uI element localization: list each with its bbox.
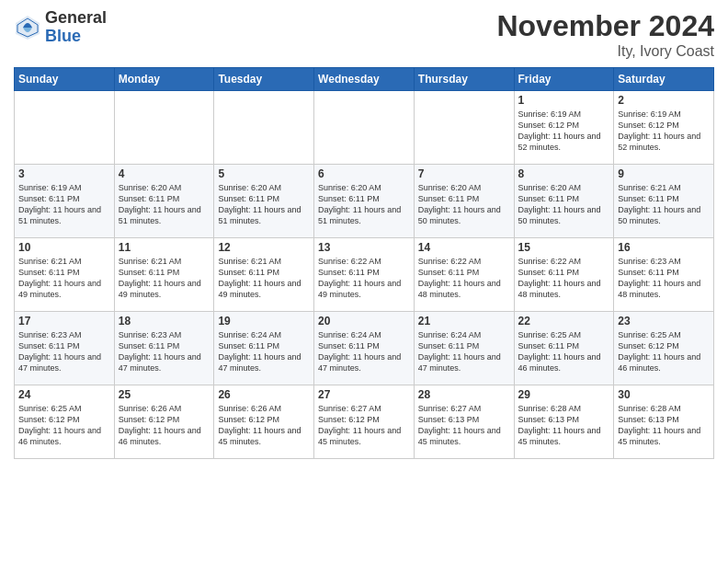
calendar-header: Sunday Monday Tuesday Wednesday Thursday… xyxy=(15,68,714,91)
calendar-cell-w4-d0: 17Sunrise: 6:23 AM Sunset: 6:11 PM Dayli… xyxy=(15,312,115,385)
day-number: 6 xyxy=(318,167,410,180)
day-info: Sunrise: 6:26 AM Sunset: 6:12 PM Dayligh… xyxy=(119,403,210,448)
day-info: Sunrise: 6:20 AM Sunset: 6:11 PM Dayligh… xyxy=(119,182,210,227)
calendar-cell-w4-d1: 18Sunrise: 6:23 AM Sunset: 6:11 PM Dayli… xyxy=(114,312,214,385)
day-number: 18 xyxy=(119,315,210,327)
calendar-cell-w5-d5: 29Sunrise: 6:28 AM Sunset: 6:13 PM Dayli… xyxy=(514,385,614,459)
day-info: Sunrise: 6:23 AM Sunset: 6:11 PM Dayligh… xyxy=(119,329,210,374)
col-tuesday: Tuesday xyxy=(214,68,314,91)
logo: General Blue xyxy=(14,9,107,46)
calendar-cell-w5-d0: 24Sunrise: 6:25 AM Sunset: 6:12 PM Dayli… xyxy=(15,385,115,459)
calendar-cell-w3-d4: 14Sunrise: 6:22 AM Sunset: 6:11 PM Dayli… xyxy=(414,238,514,312)
day-info: Sunrise: 6:20 AM Sunset: 6:11 PM Dayligh… xyxy=(218,182,310,227)
day-number: 22 xyxy=(518,315,610,327)
day-number: 9 xyxy=(618,167,710,180)
col-monday: Monday xyxy=(114,68,214,91)
calendar-cell-w2-d0: 3Sunrise: 6:19 AM Sunset: 6:11 PM Daylig… xyxy=(15,165,115,238)
calendar-cell-w2-d2: 5Sunrise: 6:20 AM Sunset: 6:11 PM Daylig… xyxy=(214,165,314,238)
day-number: 12 xyxy=(218,241,310,254)
day-number: 21 xyxy=(418,315,510,327)
calendar-cell-w4-d2: 19Sunrise: 6:24 AM Sunset: 6:11 PM Dayli… xyxy=(214,312,314,385)
day-info: Sunrise: 6:28 AM Sunset: 6:13 PM Dayligh… xyxy=(518,403,610,448)
day-info: Sunrise: 6:19 AM Sunset: 6:11 PM Dayligh… xyxy=(18,182,110,227)
col-wednesday: Wednesday xyxy=(314,68,415,91)
day-info: Sunrise: 6:22 AM Sunset: 6:11 PM Dayligh… xyxy=(518,256,610,301)
day-number: 19 xyxy=(218,315,310,327)
day-info: Sunrise: 6:21 AM Sunset: 6:11 PM Dayligh… xyxy=(218,256,310,301)
day-info: Sunrise: 6:25 AM Sunset: 6:12 PM Dayligh… xyxy=(18,403,110,448)
calendar-cell-w3-d2: 12Sunrise: 6:21 AM Sunset: 6:11 PM Dayli… xyxy=(214,238,314,312)
calendar-cell-w1-d1 xyxy=(114,91,214,165)
day-number: 2 xyxy=(618,94,710,107)
calendar-cell-w5-d1: 25Sunrise: 6:26 AM Sunset: 6:12 PM Dayli… xyxy=(114,385,214,459)
day-number: 11 xyxy=(119,241,210,254)
day-number: 30 xyxy=(618,388,710,401)
day-number: 1 xyxy=(518,94,610,107)
day-info: Sunrise: 6:24 AM Sunset: 6:11 PM Dayligh… xyxy=(418,329,510,374)
day-info: Sunrise: 6:25 AM Sunset: 6:12 PM Dayligh… xyxy=(618,329,710,374)
day-info: Sunrise: 6:19 AM Sunset: 6:12 PM Dayligh… xyxy=(518,109,610,154)
day-info: Sunrise: 6:27 AM Sunset: 6:13 PM Dayligh… xyxy=(418,403,510,448)
day-number: 24 xyxy=(18,388,110,401)
day-info: Sunrise: 6:27 AM Sunset: 6:12 PM Dayligh… xyxy=(318,403,410,448)
page-container: General Blue November 2024 Ity, Ivory Co… xyxy=(0,0,728,468)
calendar-cell-w3-d3: 13Sunrise: 6:22 AM Sunset: 6:11 PM Dayli… xyxy=(314,238,415,312)
calendar-cell-w5-d6: 30Sunrise: 6:28 AM Sunset: 6:13 PM Dayli… xyxy=(614,385,714,459)
col-sunday: Sunday xyxy=(15,68,115,91)
day-number: 27 xyxy=(318,388,410,401)
col-saturday: Saturday xyxy=(614,68,714,91)
logo-text: General Blue xyxy=(45,9,107,46)
day-info: Sunrise: 6:26 AM Sunset: 6:12 PM Dayligh… xyxy=(218,403,310,448)
week-row-5: 24Sunrise: 6:25 AM Sunset: 6:12 PM Dayli… xyxy=(15,385,714,459)
day-info: Sunrise: 6:24 AM Sunset: 6:11 PM Dayligh… xyxy=(318,329,410,374)
day-number: 13 xyxy=(318,241,410,254)
day-info: Sunrise: 6:20 AM Sunset: 6:11 PM Dayligh… xyxy=(418,182,510,227)
calendar-cell-w4-d4: 21Sunrise: 6:24 AM Sunset: 6:11 PM Dayli… xyxy=(414,312,514,385)
logo-blue-text: Blue xyxy=(45,28,107,46)
day-number: 28 xyxy=(418,388,510,401)
title-block: November 2024 Ity, Ivory Coast xyxy=(496,9,714,60)
day-info: Sunrise: 6:22 AM Sunset: 6:11 PM Dayligh… xyxy=(418,256,510,301)
day-number: 10 xyxy=(18,241,110,254)
calendar-cell-w2-d3: 6Sunrise: 6:20 AM Sunset: 6:11 PM Daylig… xyxy=(314,165,415,238)
day-number: 5 xyxy=(218,167,310,180)
calendar-cell-w1-d5: 1Sunrise: 6:19 AM Sunset: 6:12 PM Daylig… xyxy=(514,91,614,165)
day-number: 26 xyxy=(218,388,310,401)
calendar-cell-w2-d1: 4Sunrise: 6:20 AM Sunset: 6:11 PM Daylig… xyxy=(114,165,214,238)
day-info: Sunrise: 6:20 AM Sunset: 6:11 PM Dayligh… xyxy=(318,182,410,227)
day-info: Sunrise: 6:23 AM Sunset: 6:11 PM Dayligh… xyxy=(618,256,710,301)
day-number: 25 xyxy=(119,388,210,401)
day-number: 20 xyxy=(318,315,410,327)
calendar-cell-w5-d3: 27Sunrise: 6:27 AM Sunset: 6:12 PM Dayli… xyxy=(314,385,415,459)
header: General Blue November 2024 Ity, Ivory Co… xyxy=(14,9,714,60)
day-info: Sunrise: 6:28 AM Sunset: 6:13 PM Dayligh… xyxy=(618,403,710,448)
calendar-cell-w1-d2 xyxy=(214,91,314,165)
day-info: Sunrise: 6:23 AM Sunset: 6:11 PM Dayligh… xyxy=(18,329,110,374)
day-number: 14 xyxy=(418,241,510,254)
calendar-cell-w3-d1: 11Sunrise: 6:21 AM Sunset: 6:11 PM Dayli… xyxy=(114,238,214,312)
day-info: Sunrise: 6:21 AM Sunset: 6:11 PM Dayligh… xyxy=(119,256,210,301)
week-row-2: 3Sunrise: 6:19 AM Sunset: 6:11 PM Daylig… xyxy=(15,165,714,238)
calendar-cell-w4-d6: 23Sunrise: 6:25 AM Sunset: 6:12 PM Dayli… xyxy=(614,312,714,385)
calendar-cell-w2-d5: 8Sunrise: 6:20 AM Sunset: 6:11 PM Daylig… xyxy=(514,165,614,238)
calendar-cell-w1-d6: 2Sunrise: 6:19 AM Sunset: 6:12 PM Daylig… xyxy=(614,91,714,165)
calendar-cell-w1-d3 xyxy=(314,91,415,165)
calendar-cell-w5-d4: 28Sunrise: 6:27 AM Sunset: 6:13 PM Dayli… xyxy=(414,385,514,459)
calendar-cell-w3-d6: 16Sunrise: 6:23 AM Sunset: 6:11 PM Dayli… xyxy=(614,238,714,312)
week-row-4: 17Sunrise: 6:23 AM Sunset: 6:11 PM Dayli… xyxy=(15,312,714,385)
location: Ity, Ivory Coast xyxy=(496,43,714,60)
calendar-cell-w3-d5: 15Sunrise: 6:22 AM Sunset: 6:11 PM Dayli… xyxy=(514,238,614,312)
day-info: Sunrise: 6:22 AM Sunset: 6:11 PM Dayligh… xyxy=(318,256,410,301)
week-row-3: 10Sunrise: 6:21 AM Sunset: 6:11 PM Dayli… xyxy=(15,238,714,312)
header-row: Sunday Monday Tuesday Wednesday Thursday… xyxy=(15,68,714,91)
calendar-body: 1Sunrise: 6:19 AM Sunset: 6:12 PM Daylig… xyxy=(15,91,714,459)
week-row-1: 1Sunrise: 6:19 AM Sunset: 6:12 PM Daylig… xyxy=(15,91,714,165)
calendar-cell-w1-d0 xyxy=(15,91,115,165)
col-thursday: Thursday xyxy=(414,68,514,91)
calendar: Sunday Monday Tuesday Wednesday Thursday… xyxy=(14,67,714,459)
day-number: 17 xyxy=(18,315,110,327)
calendar-cell-w4-d5: 22Sunrise: 6:25 AM Sunset: 6:11 PM Dayli… xyxy=(514,312,614,385)
calendar-cell-w2-d4: 7Sunrise: 6:20 AM Sunset: 6:11 PM Daylig… xyxy=(414,165,514,238)
month-title: November 2024 xyxy=(496,9,714,43)
day-number: 7 xyxy=(418,167,510,180)
